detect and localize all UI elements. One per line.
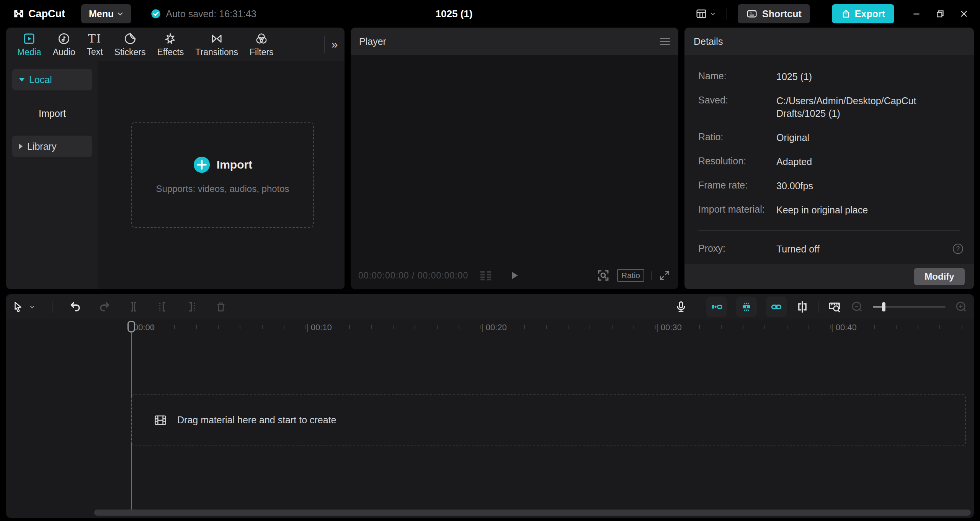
zoom-out-button[interactable]	[851, 300, 864, 313]
timeline-toolbar	[6, 294, 974, 319]
layout-view-button[interactable]	[695, 8, 716, 20]
player-title: Player	[359, 36, 386, 47]
ratio-button[interactable]: Ratio	[617, 269, 644, 282]
frame-list-icon[interactable]	[478, 269, 493, 282]
undo-button[interactable]	[69, 301, 82, 313]
magnetic-icon	[711, 301, 722, 313]
divider	[651, 271, 652, 280]
import-dropzone[interactable]: Import Supports: videos, audios, photos	[131, 122, 314, 228]
ruler-label: 00:30	[661, 323, 682, 332]
close-button[interactable]	[957, 7, 971, 21]
link-toggle[interactable]	[766, 297, 787, 317]
zoom-in-button[interactable]	[955, 300, 968, 313]
help-icon[interactable]: ?	[953, 244, 963, 254]
menu-button[interactable]: Menu	[81, 4, 131, 23]
delete-left-button[interactable]	[157, 301, 169, 313]
app-name: CapCut	[28, 8, 65, 20]
keyboard-icon	[746, 8, 758, 20]
tick-mark: |	[831, 323, 833, 332]
menu-label: Menu	[89, 8, 114, 20]
tab-text[interactable]: TI Text	[81, 32, 108, 57]
delete-button[interactable]	[215, 301, 227, 313]
tick-mark: |	[481, 323, 483, 332]
sidebar-item-library[interactable]: Library	[12, 136, 92, 157]
import-hint: Supports: videos, audios, photos	[156, 183, 289, 194]
capcut-logo: CapCut	[13, 8, 65, 20]
play-button[interactable]	[509, 270, 520, 281]
chevron-down-icon[interactable]	[29, 304, 35, 310]
details-row-saved: Saved: C:/Users/Admin/Desktop/CapCut Dra…	[698, 95, 960, 120]
tab-transitions[interactable]: Transitions	[189, 32, 244, 57]
sidebar-item-local[interactable]: Local	[12, 69, 92, 90]
sidebar-item-import[interactable]: Import	[6, 103, 98, 124]
minimize-button[interactable]	[910, 7, 923, 21]
row-value: C:/Users/Admin/Desktop/CapCut Drafts/102…	[776, 95, 960, 120]
timeline-panel: 00:00 |00:10 |00:20 |00:30 |00:40 Drag m…	[6, 294, 974, 518]
slider-handle[interactable]	[882, 302, 885, 311]
tab-media[interactable]: Media	[11, 32, 47, 57]
preview-axis-icon	[796, 300, 809, 313]
ruler-label: 00:40	[836, 323, 857, 332]
voiceover-button[interactable]	[675, 300, 688, 313]
modify-button[interactable]: Modify	[914, 268, 965, 285]
playhead-handle[interactable]	[127, 321, 135, 333]
tab-stickers[interactable]: Stickers	[109, 32, 152, 57]
preview-axis-button[interactable]	[796, 300, 809, 313]
export-icon	[841, 9, 851, 19]
export-label: Export	[855, 8, 885, 20]
expand-tabs-button[interactable]: »	[325, 38, 345, 51]
timeline-zoom-slider[interactable]	[873, 302, 946, 311]
row-label: Resolution:	[698, 156, 776, 168]
text-icon: TI	[88, 32, 102, 45]
tab-effects[interactable]: Effects	[151, 32, 189, 57]
player-menu-button[interactable]	[660, 38, 670, 45]
main-track-magnetic-toggle[interactable]	[706, 297, 727, 317]
library-label: Library	[27, 141, 56, 152]
divider	[727, 8, 727, 20]
tab-transitions-label: Transitions	[195, 47, 238, 57]
shortcut-button[interactable]: Shortcut	[738, 4, 810, 23]
undo-icon	[69, 301, 82, 313]
select-tool-button[interactable]	[12, 301, 35, 313]
film-icon	[154, 413, 167, 427]
playhead[interactable]	[127, 321, 135, 333]
audio-icon	[57, 32, 71, 46]
media-sidebar: Local Import Library	[6, 61, 98, 289]
export-button[interactable]: Export	[832, 4, 894, 23]
restore-button[interactable]	[933, 7, 947, 21]
triangle-down-icon	[19, 78, 24, 82]
ruler-segment: |00:10	[306, 319, 481, 336]
ruler-segment: |00:40	[831, 319, 974, 336]
cursor-icon	[12, 301, 24, 313]
player-header: Player	[351, 28, 678, 55]
details-row-resolution: Resolution: Adapted	[698, 156, 960, 168]
track-header-divider	[92, 319, 92, 518]
player-controls: 00:00:00:00 / 00:00:00:00 Ratio	[351, 262, 678, 289]
horizontal-scrollbar[interactable]	[94, 510, 971, 516]
tab-filters-label: Filters	[250, 47, 274, 57]
auto-snap-toggle[interactable]	[736, 297, 757, 317]
tab-filters[interactable]: Filters	[244, 32, 279, 57]
tab-audio[interactable]: Audio	[47, 32, 81, 57]
row-value: 1025 (1)	[776, 70, 960, 83]
details-panel: Details Name: 1025 (1) Saved: C:/Users/A…	[684, 28, 974, 289]
redo-button[interactable]	[98, 301, 111, 313]
media-icon	[22, 32, 36, 46]
row-value: 30.00fps	[776, 180, 960, 192]
zoom-fit-frame-icon[interactable]	[596, 269, 610, 282]
timeline-ruler[interactable]: 00:00 |00:10 |00:20 |00:30 |00:40	[131, 319, 974, 336]
tick-mark: |	[306, 323, 309, 332]
restore-icon	[935, 9, 945, 19]
details-row-framerate: Frame rate: 30.00fps	[698, 180, 960, 192]
ruler-segment: |00:30	[656, 319, 831, 336]
split-button[interactable]	[127, 301, 140, 313]
timeline-dropzone[interactable]: Drag material here and start to create	[131, 394, 966, 446]
microphone-icon	[675, 300, 688, 313]
chevron-down-icon	[710, 11, 716, 17]
row-label: Import material:	[698, 204, 776, 216]
tab-audio-label: Audio	[53, 47, 75, 57]
delete-right-button[interactable]	[186, 301, 198, 313]
fullscreen-icon[interactable]	[658, 269, 671, 282]
zoom-in-icon	[955, 300, 968, 313]
timeline-zoom-fit-button[interactable]	[828, 300, 841, 314]
